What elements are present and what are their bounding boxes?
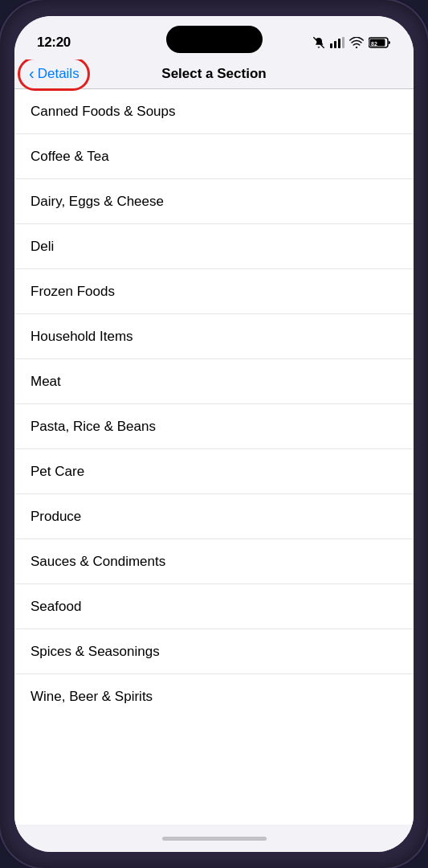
- svg-point-5: [356, 47, 357, 48]
- nav-title: Select a Section: [161, 66, 266, 82]
- nav-header: ‹ Details Select a Section: [14, 59, 414, 89]
- battery-icon: 82: [369, 37, 391, 48]
- back-label: Details: [38, 66, 79, 82]
- list-item[interactable]: Sauces & Condiments: [14, 539, 414, 584]
- phone-screen: 12:20: [14, 16, 414, 852]
- list-item-label: Coffee & Tea: [31, 149, 109, 165]
- list-item-label: Wine, Beer & Spirits: [31, 689, 153, 705]
- list-item-label: Pet Care: [31, 464, 84, 480]
- list-item-label: Dairy, Eggs & Cheese: [31, 194, 164, 210]
- list-item-label: Deli: [31, 239, 54, 255]
- phone-frame: 12:20: [0, 0, 428, 868]
- content-area: ‹ Details Select a Section Canned Foods …: [14, 59, 414, 825]
- status-time: 12:20: [37, 35, 71, 51]
- list-item-label: Produce: [31, 509, 81, 525]
- list-item[interactable]: Household Items: [14, 314, 414, 359]
- list-item[interactable]: Spices & Seasonings: [14, 629, 414, 674]
- svg-rect-4: [342, 37, 344, 48]
- list-item[interactable]: Dairy, Eggs & Cheese: [14, 179, 414, 224]
- list-item-label: Seafood: [31, 599, 81, 615]
- list-item[interactable]: Pet Care: [14, 449, 414, 494]
- bell-muted-icon: [312, 36, 325, 49]
- svg-text:82: 82: [371, 41, 377, 47]
- signal-icon: [330, 37, 344, 48]
- list-item[interactable]: Seafood: [14, 584, 414, 629]
- back-button[interactable]: ‹ Details: [22, 62, 86, 86]
- list-item-label: Meat: [31, 374, 61, 390]
- list-item[interactable]: Frozen Foods: [14, 269, 414, 314]
- svg-rect-3: [338, 39, 340, 48]
- home-indicator: [14, 825, 414, 852]
- section-list[interactable]: Canned Foods & SoupsCoffee & TeaDairy, E…: [14, 89, 414, 825]
- home-bar: [162, 837, 267, 841]
- list-item-label: Spices & Seasonings: [31, 644, 160, 660]
- list-item-label: Canned Foods & Soups: [31, 104, 176, 120]
- list-item-label: Frozen Foods: [31, 284, 115, 300]
- svg-rect-2: [334, 41, 336, 48]
- back-chevron-icon: ‹: [29, 64, 35, 83]
- list-item-label: Sauces & Condiments: [31, 554, 165, 570]
- dynamic-island: [166, 26, 263, 53]
- list-item[interactable]: Wine, Beer & Spirits: [14, 674, 414, 719]
- list-item[interactable]: Canned Foods & Soups: [14, 89, 414, 134]
- list-item-label: Pasta, Rice & Beans: [31, 419, 156, 435]
- status-bar: 12:20: [14, 16, 414, 59]
- list-item[interactable]: Deli: [14, 224, 414, 269]
- list-item[interactable]: Meat: [14, 359, 414, 404]
- list-item[interactable]: Pasta, Rice & Beans: [14, 404, 414, 449]
- wifi-icon: [349, 37, 364, 48]
- status-icons: 82: [312, 36, 391, 49]
- svg-rect-1: [330, 43, 332, 48]
- list-item-label: Household Items: [31, 329, 133, 345]
- list-item[interactable]: Coffee & Tea: [14, 134, 414, 179]
- list-item[interactable]: Produce: [14, 494, 414, 539]
